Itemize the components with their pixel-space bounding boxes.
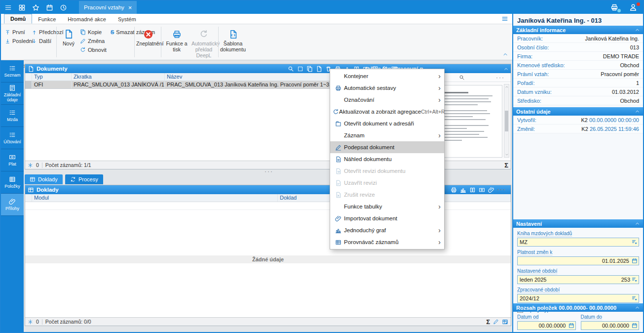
more-options-icon[interactable]: ··· (497, 188, 506, 191)
field-kniha-mzdovych-dokladu: Kniha mzdových dokladů MZ (513, 228, 643, 247)
calendar-picker-icon[interactable] (632, 323, 638, 329)
nav-prev-button[interactable]: Předchozí (32, 29, 64, 35)
menu-item-zrusit-revize: Zrušit revize (330, 189, 444, 201)
ribbon-collapse-chevron-icon[interactable] (502, 51, 508, 57)
calendar-picker-icon[interactable] (632, 258, 638, 264)
edit-record-button[interactable]: Změna (80, 38, 105, 44)
preview-scrollbar[interactable] (504, 84, 509, 158)
sidebar-item-zakladni-udaje[interactable]: Základní údaje (1, 83, 24, 105)
lookup-dropdown-icon[interactable] (632, 295, 638, 301)
list-icon (9, 131, 16, 138)
scrollbar-thumb[interactable] (505, 111, 508, 131)
nav-next-button[interactable]: Další (32, 38, 51, 44)
datum-do-input[interactable]: 00.00.0000 (581, 321, 640, 330)
new-record-button[interactable]: Nový (59, 28, 78, 46)
menu-item-nahled-dokumentu[interactable]: Náhled dokumentu (330, 153, 444, 165)
platnost-zmen-input[interactable]: 01.01.2025 (517, 256, 639, 265)
menu-item-kontejner[interactable]: Kontejner› (330, 70, 444, 82)
doklady-toolbar: ··· (451, 187, 508, 193)
collapse-chevron-icon[interactable] (635, 27, 640, 33)
lookup-dropdown-icon[interactable] (632, 239, 638, 245)
clock-icon[interactable] (56, 1, 70, 14)
section-header-ostatni-udaje[interactable]: Ostatní údaje (513, 107, 643, 116)
sidebar-item-polozky[interactable]: Položky (1, 171, 24, 194)
splitter-handle[interactable]: ··· (265, 170, 273, 173)
section-header-zakladni-informace[interactable]: Základní informace (513, 26, 643, 34)
sidebar-item-uctovani[interactable]: Účtování (1, 127, 24, 149)
chart-icon[interactable] (460, 187, 466, 193)
user-profile-icon[interactable] (626, 1, 640, 14)
column-header-typ[interactable]: Typ (32, 73, 72, 81)
kniha-dokladu-input[interactable]: MZ (517, 238, 639, 247)
filter-snowflake-icon[interactable] (28, 163, 33, 168)
doc-magnifier-icon[interactable] (288, 66, 294, 72)
invalidate-button[interactable]: Zneplatnění (136, 28, 160, 46)
collapse-chevron-icon[interactable] (635, 109, 640, 114)
paperclip-icon[interactable] (488, 187, 494, 193)
sidebar-item-mzda[interactable]: Mzda (1, 105, 24, 127)
menu-item-porovnavac-zaznamu[interactable]: Porovnávač záznamů› (330, 236, 444, 248)
sum-sigma-icon[interactable]: Σ (504, 162, 508, 169)
column-header-modul[interactable]: Modul (32, 194, 278, 202)
zoom-search-icon[interactable] (459, 75, 465, 81)
calendar-icon[interactable] (42, 1, 56, 14)
sidebar-item-prilohy[interactable]: Přílohy (1, 194, 24, 216)
section-header-nastaveni[interactable]: Nastavení (513, 219, 643, 228)
printer-icon[interactable] (451, 187, 457, 193)
edit-table-icon[interactable] (502, 319, 508, 325)
document-icon[interactable] (316, 66, 322, 72)
calendar-picker-icon[interactable] (568, 323, 574, 329)
menu-item-otevrit-v-adresari[interactable]: Otevřít dokument v adresáři (330, 118, 444, 129)
tab-doklady[interactable]: Doklady (25, 174, 63, 184)
main-menu-icon[interactable] (1, 1, 15, 14)
panel-collapse-chevron-icon[interactable] (503, 66, 509, 72)
menu-item-funkce-tabulky[interactable]: Funkce tabulky› (330, 201, 444, 212)
columns-icon[interactable] (469, 187, 476, 193)
sidebar-item-plat[interactable]: Plat (1, 149, 24, 171)
ribbon-menu-icon[interactable] (501, 15, 508, 22)
edit-pencil-icon[interactable] (493, 319, 499, 325)
print-queue-icon[interactable] (607, 1, 621, 14)
collapse-chevron-icon[interactable] (635, 221, 640, 226)
menu-item-automaticke-sestavy[interactable]: Automatické sestavy› (330, 82, 444, 94)
filter-snowflake-icon[interactable] (28, 319, 33, 325)
refresh-record-button[interactable]: Obnovit (80, 47, 107, 53)
ribbon-tab-system[interactable]: Systém (112, 15, 142, 24)
favorites-star-icon[interactable] (29, 1, 42, 14)
lookup-dropdown-icon[interactable] (632, 277, 638, 283)
ribbon-tab-funkce[interactable]: Funkce (32, 15, 62, 24)
edit-record-label: Změna (88, 38, 105, 44)
pencil-icon (80, 38, 86, 44)
money-icon[interactable] (479, 187, 485, 193)
more-options-icon[interactable]: ··· (496, 76, 505, 79)
row-selector[interactable] (25, 81, 32, 88)
ribbon-tab-hromadne-akce[interactable]: Hromadné akce (62, 15, 112, 24)
context-menu: Kontejner› Automatické sestavy› Označová… (330, 69, 445, 250)
zpracovane-obdobi-input[interactable]: 2024/12 (517, 294, 639, 303)
tab-close-icon[interactable]: × (128, 4, 132, 11)
tab-procesy[interactable]: Procesy (65, 174, 103, 184)
sum-sigma-icon[interactable]: Σ (486, 318, 490, 326)
select-frame-icon[interactable] (297, 66, 303, 72)
collapse-chevron-icon[interactable] (635, 305, 640, 310)
menu-item-importovat-dokument[interactable]: Importovat dokument (330, 212, 444, 224)
app-grid-icon[interactable] (15, 1, 29, 14)
copy-icon[interactable] (306, 66, 313, 72)
sidebar-item-seznam[interactable]: Seznam (1, 60, 24, 83)
document-template-button[interactable]: Šablona dokumentu (220, 28, 246, 52)
copy-record-button[interactable]: Kopie (80, 29, 102, 35)
nav-last-button[interactable]: Poslední (5, 38, 34, 44)
section-header-rozsah-polozek[interactable]: Rozsah položek 00.00.0000- 00.00.0000 (513, 303, 643, 312)
nastavene-obdobi-input[interactable]: leden 2025 253 (517, 275, 639, 284)
open-module-tab[interactable]: Pracovní vztahy × (79, 1, 137, 14)
menu-item-zaznam[interactable]: Záznam› (330, 129, 444, 141)
column-header-zkratka[interactable]: Zkratka (72, 73, 165, 81)
menu-item-oznacovani[interactable]: Označování› (330, 94, 444, 106)
menu-item-podepsat-dokument[interactable]: Podepsat dokument (330, 141, 444, 153)
menu-item-jednoduchy-graf[interactable]: Jednoduchý graf› (330, 224, 444, 236)
nav-first-button[interactable]: První (5, 29, 25, 35)
menu-item-aktualizovat-agregace[interactable]: Aktualizovat a zobrazit agregaceCtrl+Alt… (330, 106, 444, 118)
datum-od-input[interactable]: 00.00.0000 (517, 321, 576, 330)
ribbon-tab-domu[interactable]: Domů (4, 14, 32, 24)
functions-print-button[interactable]: Funkce a tisk (164, 28, 189, 52)
